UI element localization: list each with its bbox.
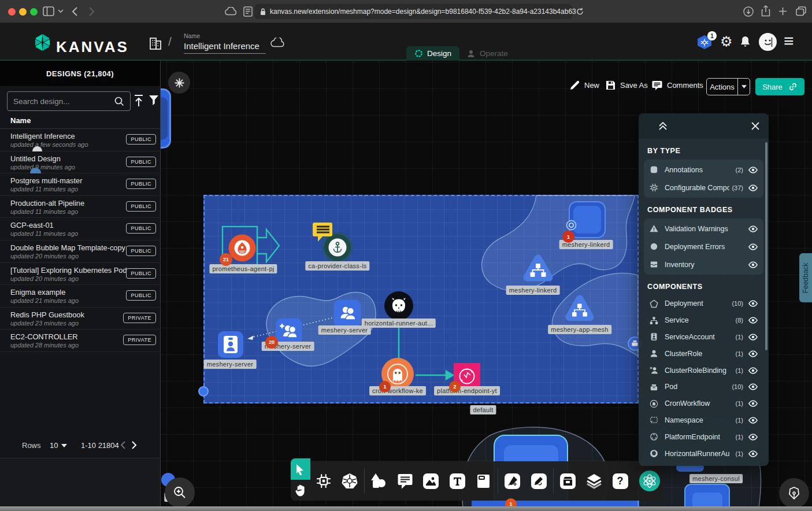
panel-row[interactable]: Deployment (10) <box>644 295 763 312</box>
actions-caret-button[interactable] <box>738 85 750 88</box>
visibility-eye-icon[interactable] <box>748 183 758 193</box>
panel-row[interactable]: Deployment Errors <box>644 238 763 255</box>
visibility-eye-icon[interactable] <box>748 382 758 392</box>
url-bar[interactable]: kanvas.new/extension/meshmap?mode=design… <box>254 4 572 19</box>
comment-annotation-icon[interactable] <box>312 221 334 242</box>
panel-scrollbar[interactable] <box>765 142 767 350</box>
actions-button[interactable]: Actions <box>706 78 750 95</box>
shapes-tool[interactable] <box>366 468 392 494</box>
panel-row[interactable]: Namespace (1) <box>644 412 763 429</box>
tab-overview-icon[interactable] <box>796 6 806 16</box>
menu-hamburger-icon[interactable]: ≡ <box>784 31 794 51</box>
back-icon[interactable] <box>72 6 78 17</box>
visibility-eye-icon[interactable] <box>748 449 758 459</box>
caret-down-icon[interactable] <box>61 444 67 447</box>
previous-page-icon[interactable] <box>120 441 125 449</box>
visibility-eye-icon[interactable] <box>748 365 758 376</box>
share-button[interactable]: Share <box>755 78 804 95</box>
design-name-input[interactable]: Intelligent Inference <box>184 41 259 51</box>
share-icon[interactable] <box>761 5 770 17</box>
layers-tool[interactable] <box>581 468 607 494</box>
panel-row[interactable]: ServiceAccount (1) <box>644 329 763 346</box>
image-tool[interactable] <box>418 468 444 494</box>
minimize-window-button[interactable] <box>19 8 27 16</box>
search-icon[interactable] <box>114 97 124 106</box>
column-header-name[interactable]: Name <box>10 116 31 125</box>
help-tool[interactable]: ? <box>607 468 633 494</box>
panel-row[interactable]: Validation Warnings <box>644 220 763 238</box>
organization-icon[interactable] <box>149 35 162 50</box>
drawer-tool[interactable] <box>555 468 581 494</box>
visibility-eye-icon[interactable] <box>748 315 758 325</box>
node-prometheus-agent[interactable] <box>228 234 256 264</box>
design-row[interactable]: Production-alt Pipeline updated 11 minut… <box>0 196 161 219</box>
kanvas-logo-icon[interactable] <box>33 33 52 52</box>
node-meshery-server-1[interactable] <box>217 331 244 361</box>
chevron-down-icon[interactable] <box>58 9 64 13</box>
design-row[interactable]: EC2-CONTROLLER updated 28 minutes ago PR… <box>0 329 161 352</box>
design-row[interactable]: Enigma example updated 21 minutes ago PU… <box>0 285 161 308</box>
kubernetes-tool[interactable] <box>336 468 362 494</box>
visibility-eye-icon[interactable] <box>748 298 758 309</box>
component-shape-tool[interactable] <box>310 468 336 494</box>
comments-button[interactable]: Comments <box>652 80 703 90</box>
panel-row[interactable]: Service (8) <box>644 312 763 329</box>
visibility-eye-icon[interactable] <box>748 224 758 234</box>
panel-row[interactable]: CronWorkflow (1) <box>644 395 763 412</box>
downloads-icon[interactable] <box>743 6 754 17</box>
node-connector-dot[interactable] <box>566 220 577 231</box>
zoom-window-button[interactable] <box>30 8 38 16</box>
node-meshery-linkerd-tri[interactable] <box>521 253 555 288</box>
collapse-panel-icon[interactable] <box>658 122 668 130</box>
new-tab-icon[interactable] <box>778 7 787 16</box>
panel-row[interactable]: HorizontalRunnerAutos (1) <box>644 445 763 462</box>
text-tool[interactable] <box>444 468 470 494</box>
panel-row[interactable]: Annotations (2) <box>644 161 763 179</box>
tab-design[interactable]: Design <box>406 46 459 61</box>
reload-icon[interactable] <box>576 8 584 16</box>
visibility-eye-icon[interactable] <box>748 349 758 359</box>
design-row[interactable]: [Tutorial] Exploring Kubernetes Pod upda… <box>0 263 161 286</box>
filter-icon[interactable] <box>149 95 159 106</box>
save-as-button[interactable]: Save As <box>606 80 648 90</box>
visibility-eye-icon[interactable] <box>748 415 758 425</box>
pencil-tool[interactable] <box>525 468 551 494</box>
rows-per-page-select[interactable]: 10 <box>50 441 58 450</box>
visibility-eye-icon[interactable] <box>748 165 758 175</box>
panel-row[interactable]: ClusterRole (1) <box>644 345 763 362</box>
visibility-eye-icon[interactable] <box>748 398 758 409</box>
note-tool[interactable] <box>470 468 496 494</box>
visibility-eye-icon[interactable] <box>748 260 758 270</box>
icloud-icon[interactable] <box>224 7 237 16</box>
scalpel-tool[interactable] <box>499 468 525 494</box>
sidebar-toggle-icon[interactable] <box>43 6 54 16</box>
close-panel-icon[interactable] <box>751 122 759 130</box>
snap-to-grid-button[interactable] <box>168 72 190 94</box>
feedback-tab[interactable]: Feedback <box>799 253 812 302</box>
panel-row[interactable]: Configurable Compon (37) <box>644 179 763 197</box>
publish-design-icon[interactable] <box>134 94 144 108</box>
pan-tool-button[interactable] <box>291 480 310 501</box>
panel-row[interactable]: Pod (10) <box>644 379 763 395</box>
node-github-runner[interactable] <box>384 291 413 323</box>
tab-operate[interactable]: Operate <box>458 46 516 61</box>
select-tool-button[interactable] <box>291 458 310 480</box>
comment-tool[interactable] <box>392 468 418 494</box>
reader-icon[interactable] <box>243 6 253 17</box>
zoom-button[interactable] <box>165 477 195 508</box>
notifications-bell-icon[interactable] <box>740 35 751 48</box>
panel-row[interactable]: ClusterRoleBinding (1) <box>644 362 763 379</box>
design-row[interactable]: Intelligent Inference updated a few seco… <box>0 129 161 151</box>
annotate-pen-button[interactable] <box>779 478 809 508</box>
design-row[interactable]: Untitled Design updated 9 minutes ago PU… <box>0 151 161 174</box>
panel-row[interactable]: Inventory <box>644 255 763 273</box>
visibility-eye-icon[interactable] <box>748 432 758 442</box>
design-row[interactable]: GCP-east-01 updated 11 minutes ago PUBLI… <box>0 218 161 240</box>
design-row[interactable]: Redis PHP Guestbook updated 23 minutes a… <box>0 308 161 330</box>
new-design-button[interactable]: New <box>570 80 599 90</box>
panel-row[interactable]: PlatformEndpoint (1) <box>644 428 763 445</box>
next-page-icon[interactable] <box>132 441 137 449</box>
settings-gear-icon[interactable]: ⚙ <box>720 34 733 50</box>
search-design-input[interactable] <box>7 91 131 111</box>
node-meshery-app-mesh[interactable] <box>563 294 596 327</box>
